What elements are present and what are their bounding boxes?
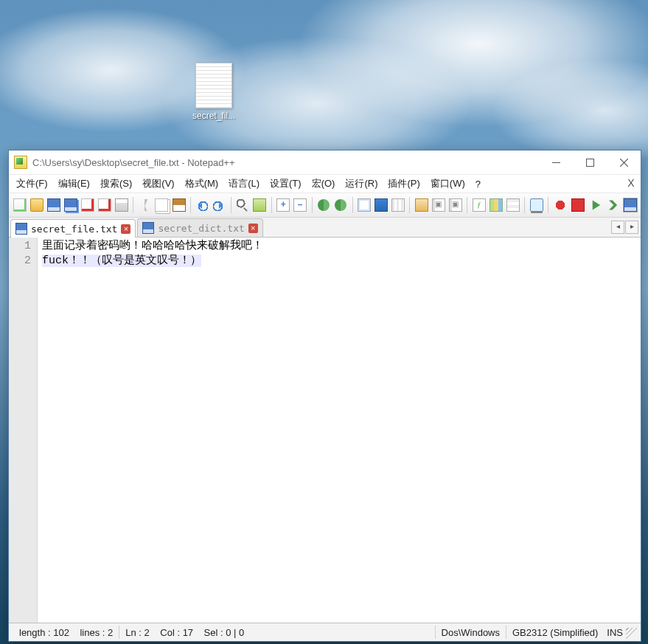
menu-language[interactable]: 语言(L) [223,176,265,192]
save-icon [142,222,154,234]
tab-label-active: secret_file.txt [31,224,117,235]
toolbar-separator [133,197,133,213]
tab-close-icon[interactable]: × [121,224,130,234]
save-icon [15,223,27,235]
titlebar[interactable]: C:\Users\sy\Desktop\secret_file.txt - No… [9,150,641,175]
tb-cut[interactable] [137,196,153,214]
menu-edit[interactable]: 编辑(E) [53,176,95,192]
status-length: length : 102 lines : 2 [13,627,119,638]
tb-macro-record[interactable] [552,196,568,214]
tb-func-list[interactable] [471,196,487,214]
svg-rect-0 [552,162,560,163]
menu-settings[interactable]: 设置(T) [265,176,307,192]
toolbar-separator [548,197,548,213]
menu-file[interactable]: 文件(F) [11,176,53,192]
tab-secret-file[interactable]: secret_file.txt × [10,219,136,238]
tb-udl[interactable] [414,196,429,214]
toolbar-separator [524,197,525,213]
tb-redo[interactable] [212,196,227,214]
tb-copy[interactable] [154,196,170,214]
status-eol[interactable]: Dos\Windows [436,627,506,638]
line-number-gutter: 1 2 [9,238,38,623]
desktop-file-label: secret_fil... [182,111,245,121]
tab-bar: secret_file.txt × secret_dict.txt × ◂ ▸ [9,218,641,238]
notepadpp-icon [14,156,27,169]
tb-all-chars[interactable] [373,196,389,214]
toolbar-separator [352,197,353,213]
tb-save-all[interactable] [63,196,78,214]
editor-area: 1 2 里面记录着密码哟！哈哈哈哈快来破解我吧！ fuck！！（叹号是英文叹号！… [9,238,641,623]
tab-scroll-left[interactable]: ◂ [611,221,624,234]
menu-close-x[interactable]: X [624,177,638,190]
line-number: 1 [9,239,37,254]
tab-secret-dict[interactable]: secret_dict.txt × [137,218,262,237]
tb-macro-play[interactable] [588,196,604,214]
menu-plugins[interactable]: 插件(P) [383,176,425,192]
tb-macro-multi[interactable] [605,196,621,214]
status-bar: length : 102 lines : 2 Ln : 2 Col : 17 S… [9,623,641,641]
menu-view[interactable]: 视图(V) [137,176,179,192]
toolbar [9,193,641,218]
tb-unfold[interactable] [447,196,463,214]
tb-save[interactable] [46,196,61,214]
toolbar-separator [231,197,231,213]
menu-run[interactable]: 运行(R) [340,176,383,192]
toolbar-separator [409,197,410,213]
resize-grip[interactable] [626,628,638,640]
menu-window[interactable]: 窗口(W) [425,176,470,192]
tb-doc-list[interactable] [505,196,520,214]
tab-scroll-right[interactable]: ▸ [625,221,638,234]
menu-format[interactable]: 格式(M) [180,176,224,192]
tb-wordwrap[interactable] [356,196,372,214]
tb-zoom-in[interactable] [276,196,291,214]
tb-paste[interactable] [171,196,187,214]
tb-new[interactable] [12,196,27,214]
tb-macro-save[interactable] [622,196,638,214]
tb-replace[interactable] [252,196,268,214]
tb-sync-v[interactable] [316,196,332,214]
status-encoding[interactable]: GB2312 (Simplified) [506,627,604,638]
status-ins-mode[interactable]: INS [604,627,626,638]
tb-close-all[interactable] [97,196,112,214]
toolbar-separator [271,197,272,213]
editor-line-2: fuck！！（叹号是英文叹号！） [42,255,201,267]
tb-close[interactable] [80,196,95,214]
menu-macro[interactable]: 宏(O) [307,176,341,192]
line-number: 2 [9,254,37,269]
tb-undo[interactable] [195,196,210,214]
svg-rect-1 [586,159,593,166]
tb-open[interactable] [29,196,44,214]
tb-doc-map[interactable] [488,196,504,214]
text-editor[interactable]: 里面记录着密码哟！哈哈哈哈快来破解我吧！ fuck！！（叹号是英文叹号！） [38,238,641,623]
toolbar-separator [467,197,467,213]
maximize-button[interactable] [573,150,607,174]
menu-help[interactable]: ? [470,177,486,191]
tb-sync-h[interactable] [333,196,349,214]
toolbar-separator [312,197,313,213]
minimize-button[interactable] [539,150,573,174]
tb-fold[interactable] [431,196,446,214]
tab-label-inactive: secret_dict.txt [158,223,244,234]
tb-find[interactable] [235,196,251,214]
menubar: 文件(F) 编辑(E) 搜索(S) 视图(V) 格式(M) 语言(L) 设置(T… [9,175,641,193]
close-button[interactable] [607,150,641,174]
editor-line-1: 里面记录着密码哟！哈哈哈哈快来破解我吧！ [42,240,263,252]
tab-close-icon[interactable]: × [248,224,258,233]
tb-zoom-out[interactable] [293,196,308,214]
status-position: Ln : 2 Col : 17 Sel : 0 | 0 [119,627,250,638]
tb-macro-stop[interactable] [569,196,587,214]
window-title: C:\Users\sy\Desktop\secret_file.txt - No… [32,157,539,168]
notepadpp-window: C:\Users\sy\Desktop\secret_file.txt - No… [8,150,641,642]
text-file-icon [195,63,232,108]
tb-monitor[interactable] [529,196,544,214]
toolbar-separator [190,197,191,213]
tb-indent-guide[interactable] [390,196,405,214]
menu-search[interactable]: 搜索(S) [95,176,137,192]
desktop-file-icon[interactable]: secret_fil... [182,63,245,121]
tb-print[interactable] [114,196,129,214]
